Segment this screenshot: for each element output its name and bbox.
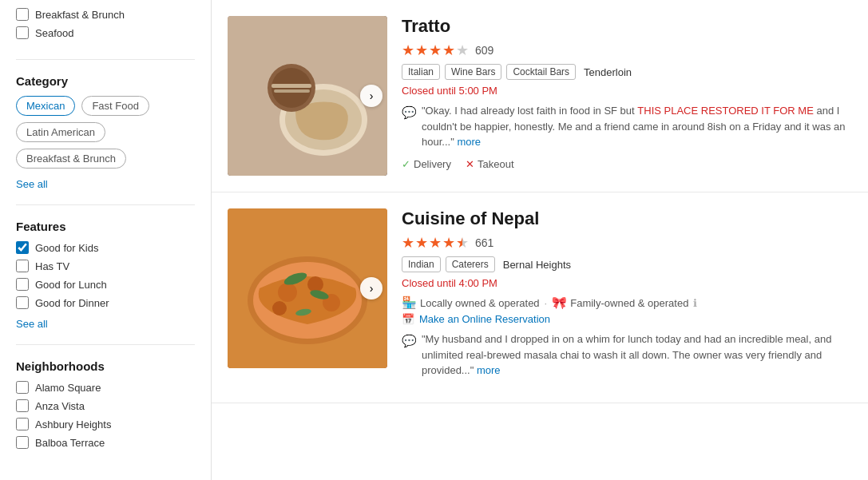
svg-point-13 <box>272 301 287 315</box>
nepal-cat-caterers[interactable]: Caterers <box>446 256 495 272</box>
locally-owned-icon: 🏪 <box>402 296 417 310</box>
delivery-check-icon: ✓ <box>402 158 410 170</box>
nepal-quote-icon: 💬 <box>402 332 417 379</box>
breakfast-brunch-label: Breakfast & Brunch <box>35 9 125 21</box>
nepal-star-5: ★ <box>456 234 469 252</box>
locally-owned-badge: 🏪 Locally owned & operated <box>402 296 540 310</box>
tratto-takeout: ✕ Takeout <box>466 158 514 170</box>
tratto-image-next-btn[interactable]: › <box>360 85 382 107</box>
filter-anza-vista[interactable]: Anza Vista <box>16 399 195 412</box>
nepal-image-wrap: › <box>228 208 387 368</box>
good-for-dinner-label: Good for Dinner <box>35 297 109 309</box>
good-for-kids-checkbox[interactable] <box>16 241 29 254</box>
filter-good-for-dinner[interactable]: Good for Dinner <box>16 296 195 309</box>
nepal-star-2: ★ <box>415 234 428 252</box>
filter-ashbury-heights[interactable]: Ashbury Heights <box>16 418 195 430</box>
has-tv-label: Has TV <box>35 260 69 272</box>
has-tv-checkbox[interactable] <box>16 260 29 272</box>
category-tags-row: Mexican Fast Food <box>16 96 195 116</box>
reservation-link[interactable]: Make an Online Reservation <box>419 313 550 325</box>
breakfast-brunch-checkbox[interactable] <box>16 8 29 21</box>
nepal-info: Cuisine of Nepal ★ ★ ★ ★ ★ 661 Indian Ca… <box>402 208 852 387</box>
good-for-lunch-label: Good for Lunch <box>35 279 107 291</box>
nepal-categories-row: Indian Caterers Bernal Heights <box>402 256 852 272</box>
tag-breakfast-brunch[interactable]: Breakfast & Brunch <box>16 149 126 169</box>
features-title: Features <box>16 220 195 233</box>
nepal-image-next-btn[interactable]: › <box>360 277 382 300</box>
nepal-ownership-row: 🏪 Locally owned & operated · 🎀 Family-ow… <box>402 296 852 310</box>
svg-rect-5 <box>271 84 311 88</box>
balboa-terrace-checkbox[interactable] <box>16 436 29 449</box>
info-icon: ℹ <box>693 297 697 309</box>
features-see-all[interactable]: See all <box>16 318 48 330</box>
nepal-stars: ★ ★ ★ ★ ★ <box>402 234 469 252</box>
svg-point-11 <box>307 276 323 292</box>
alamo-square-checkbox[interactable] <box>16 381 29 394</box>
locally-owned-label: Locally owned & operated <box>420 297 540 309</box>
tratto-rating-row: ★ ★ ★ ★ ★ 609 <box>402 42 852 59</box>
category-tags-row-3: Breakfast & Brunch <box>16 149 195 169</box>
anza-vista-checkbox[interactable] <box>16 399 29 412</box>
ashbury-heights-checkbox[interactable] <box>16 418 29 430</box>
filter-good-for-lunch[interactable]: Good for Lunch <box>16 278 195 291</box>
filter-breakfast-brunch[interactable]: Breakfast & Brunch <box>16 8 195 21</box>
neighborhoods-section: Neighborhoods Alamo Square Anza Vista As… <box>16 359 195 469</box>
nepal-reservation-row[interactable]: 📅 Make an Online Reservation <box>402 313 852 325</box>
quote-icon: 💬 <box>402 104 417 150</box>
nepal-star-1: ★ <box>402 234 414 252</box>
filter-has-tv[interactable]: Has TV <box>16 260 195 272</box>
restaurant-card-nepal: › Cuisine of Nepal ★ ★ ★ ★ ★ 661 Indian <box>212 192 868 403</box>
separator: · <box>545 297 548 309</box>
anza-vista-label: Anza Vista <box>35 400 85 412</box>
tratto-delivery-label: Delivery <box>414 158 451 170</box>
good-for-lunch-checkbox[interactable] <box>16 278 29 291</box>
tag-latin-american[interactable]: Latin American <box>16 122 105 142</box>
nepal-closed-text: Closed until 4:00 PM <box>402 277 852 289</box>
star-4: ★ <box>442 42 455 59</box>
sidebar: Breakfast & Brunch Seafood Category Mexi… <box>0 0 212 480</box>
nepal-rating-row: ★ ★ ★ ★ ★ 661 <box>402 234 852 252</box>
tratto-cat-cocktail-bars[interactable]: Cocktail Bars <box>506 64 576 80</box>
tratto-name[interactable]: Tratto <box>402 16 852 37</box>
good-for-dinner-checkbox[interactable] <box>16 296 29 309</box>
filter-alamo-square[interactable]: Alamo Square <box>16 381 195 394</box>
neighborhoods-title: Neighborhoods <box>16 359 195 373</box>
category-tags-row-2: Latin American <box>16 122 195 142</box>
svg-rect-6 <box>274 89 310 93</box>
tratto-review-count: 609 <box>475 44 493 57</box>
filter-balboa-terrace[interactable]: Balboa Terrace <box>16 436 195 449</box>
tratto-review-highlight: THIS PLACE RESTORED IT FOR ME <box>637 105 814 117</box>
star-2: ★ <box>415 42 428 59</box>
nepal-review-more[interactable]: more <box>477 364 501 376</box>
filter-seafood[interactable]: Seafood <box>16 26 195 39</box>
tratto-review-prefix: "Okay. I had already lost faith in food … <box>422 105 637 117</box>
tratto-cat-italian[interactable]: Italian <box>402 64 440 80</box>
balboa-terrace-label: Balboa Terrace <box>35 437 105 449</box>
nepal-star-4: ★ <box>442 234 455 252</box>
tratto-delivery: ✓ Delivery <box>402 158 451 170</box>
restaurant-card-tratto: › Tratto ★ ★ ★ ★ ★ 609 Italian Wine Bar <box>212 0 868 192</box>
tratto-review-content: "Okay. I had already lost faith in food … <box>422 103 852 150</box>
category-see-all[interactable]: See all <box>16 178 48 190</box>
star-1: ★ <box>402 42 414 59</box>
alamo-square-label: Alamo Square <box>35 382 101 394</box>
star-5: ★ <box>456 42 469 59</box>
family-owned-label: Family-owned & operated <box>570 297 688 309</box>
tag-fastfood[interactable]: Fast Food <box>81 96 149 116</box>
nepal-cat-indian[interactable]: Indian <box>402 256 441 272</box>
tratto-cat-wine-bars[interactable]: Wine Bars <box>445 64 501 80</box>
star-3: ★ <box>429 42 442 59</box>
tratto-delivery-row: ✓ Delivery ✕ Takeout <box>402 158 852 170</box>
ashbury-heights-label: Ashbury Heights <box>35 419 111 430</box>
seafood-checkbox[interactable] <box>16 26 29 39</box>
main-content: › Tratto ★ ★ ★ ★ ★ 609 Italian Wine Bar <box>212 0 868 480</box>
family-owned-icon: 🎀 <box>552 296 567 310</box>
filter-good-for-kids[interactable]: Good for Kids <box>16 241 195 254</box>
category-title: Category <box>16 74 195 88</box>
tag-mexican[interactable]: Mexican <box>16 96 75 116</box>
tratto-review: 💬 "Okay. I had already lost faith in foo… <box>402 103 852 150</box>
tratto-stars: ★ ★ ★ ★ ★ <box>402 42 469 59</box>
nepal-name[interactable]: Cuisine of Nepal <box>402 208 852 229</box>
nepal-star-3: ★ <box>429 234 442 252</box>
tratto-review-more[interactable]: more <box>457 136 481 148</box>
